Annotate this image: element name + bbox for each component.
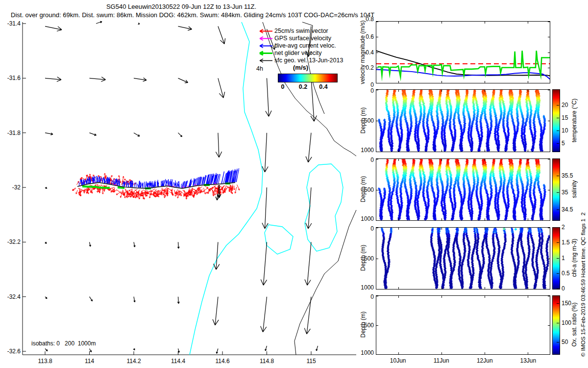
chl-colorbar (552, 227, 560, 289)
salinity-canvas (376, 159, 550, 220)
figure-subtitle: Dist. over ground: 69km. Dist. swum: 86k… (11, 11, 383, 19)
map-lon-tick-label: 114.6 (207, 358, 238, 365)
legend-colorbar-tick-label: 0.2 (294, 83, 313, 90)
figure-title: SG540 Leeuwin20130522 09-Jun 12Z to 13-J… (20, 3, 343, 10)
colorbar-tick-mark (557, 176, 559, 176)
colorbar-tick-mark (557, 105, 559, 105)
legend-colorbar-tick-label: 0.4 (314, 83, 333, 90)
colorbar-tick-mark (557, 323, 559, 323)
map-lat-tick-label: -32.2 (0, 238, 21, 245)
colorbar-tick-mark (557, 273, 559, 274)
time-tick-label: 13Jun (513, 357, 544, 364)
salinity-panel (376, 158, 550, 221)
oxygen-canvas (376, 296, 550, 354)
map-lon-tick-label: 114.4 (163, 358, 194, 365)
map-lat-tick-label: -31.6 (0, 75, 21, 81)
oxygen-panel (376, 295, 550, 355)
colorbar-tick-mark (557, 210, 559, 210)
colorbar-tick-mark (557, 242, 559, 243)
map-lat-tick-label: -31.8 (0, 130, 21, 136)
figure-sg540-mission-plot: { "header": { "line1": "SG540 Leeuwin201… (0, 0, 588, 368)
velocity-panel (376, 21, 550, 83)
map-lon-tick-label: 114.2 (118, 358, 149, 365)
colorbar-tick-mark (557, 192, 559, 193)
map-lon-tick-label: 114 (74, 358, 105, 365)
velocity-canvas (376, 22, 550, 83)
legend-averaging-window: 4h (256, 65, 263, 72)
colorbar-tick-mark (557, 303, 559, 304)
colorbar-tick-mark (557, 227, 559, 228)
isobaths-note: isobaths: 0 200 1000m (31, 340, 96, 347)
legend-item-label: GPS surface velocity (274, 35, 331, 42)
colorbar-tick-mark (557, 258, 559, 259)
time-tick-label: 11Jun (426, 357, 457, 364)
imos-attribution-note: © IMOS 15-Feb-2019 03:46:59 Hobart time.… (580, 151, 586, 357)
time-tick-label: 10Jun (382, 357, 414, 364)
colorbar-tick-mark (557, 131, 559, 131)
legend-item-label: 25cm/s swim vector (274, 27, 328, 34)
legend-item-label: net glider velocity (274, 50, 322, 56)
legend-colorbar (278, 74, 338, 82)
colorbar-tick-mark (557, 118, 559, 118)
map-lon-tick-label: 113.8 (29, 358, 61, 365)
temperature-panel (376, 89, 550, 152)
colorbar-tick-mark (557, 143, 559, 144)
map-lon-tick-label: 115 (295, 358, 327, 365)
time-tick-label: 12Jun (469, 357, 500, 364)
chl-canvas (376, 228, 550, 289)
oxygen-colorbar (552, 295, 560, 355)
chl-panel (376, 227, 550, 289)
map-lat-tick-label: -32.4 (0, 293, 21, 300)
colorbar-tick-mark (557, 342, 559, 342)
legend-item-label: sfc geo. vel. 13-Jun-2013 (274, 57, 343, 64)
map-lat-tick-label: -31.4 (0, 20, 21, 27)
map-lat-tick-label: -32 (0, 184, 21, 191)
map-lon-tick-label: 114.8 (251, 358, 283, 365)
legend-colorbar-units: (m/s) (293, 64, 308, 71)
legend-colorbar-tick-label: 0 (273, 83, 293, 90)
temperature-canvas (376, 90, 550, 152)
legend-item-label: dive-avg current veloc. (274, 42, 336, 49)
temperature-colorbar (552, 89, 560, 152)
salinity-colorbar (552, 158, 560, 221)
depth-axis-label-oxygen: Depth (m) (360, 271, 367, 368)
colorbar-tick-mark (557, 289, 559, 289)
oxygen-colorbar-label: Ox. sat. ratio (%) (571, 271, 578, 368)
map-lat-tick-label: -32.6 (0, 348, 21, 355)
